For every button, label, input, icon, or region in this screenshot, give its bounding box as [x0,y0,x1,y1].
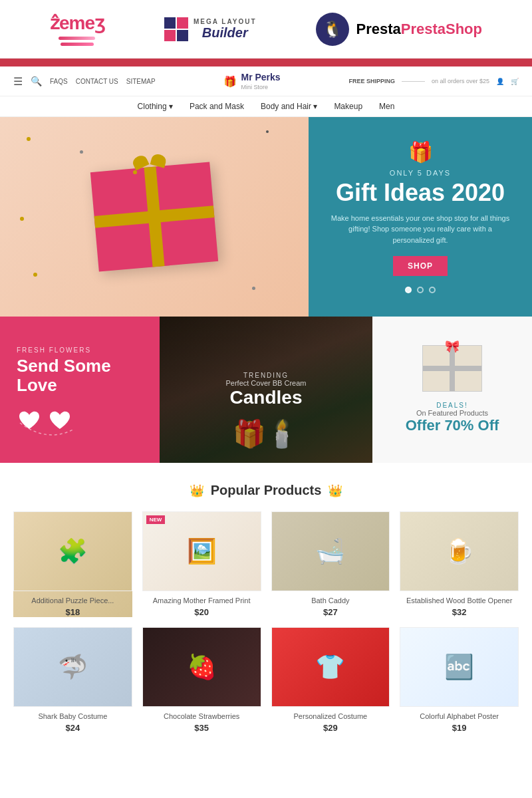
cart-icon[interactable]: 🛒 [511,78,519,85]
product-shark[interactable]: 🦈 Shark Baby Costume $24 [13,627,132,733]
product-poster[interactable]: 🔤 Colorful Alphabet Poster $19 [400,627,519,733]
product-price-opener: $32 [400,607,519,617]
new-badge: NEW [146,515,166,524]
product-image-strawberry: 🍓 [142,627,261,707]
product-price-print: $20 [142,607,261,617]
dot-3[interactable] [429,287,436,293]
sitemap-link[interactable]: SITEMAP [126,78,156,85]
faqs-link[interactable]: FAQS [50,78,68,85]
package-box: 🎀 [422,345,482,392]
product-puzzle[interactable]: 🧩 Additional Puzzle Piece... $18 [13,511,132,617]
bow [132,154,167,176]
free-ship-label: FREE SHIPPING [348,78,395,84]
trending-label: TRENDING [243,372,289,379]
header-left: ☰ 🔍 FAQS CONTACT US SITEMAP [13,75,156,88]
product-image-print: NEW 🖼️ [142,511,261,591]
hamburger-icon[interactable]: ☰ [13,75,23,88]
confetti-dot [266,130,269,133]
zemez-logo: ẑemeʒ [50,12,104,46]
promo-deals[interactable]: 🎀 DEALS! On Featured Products Offer 70% … [372,317,532,463]
builder-label: Builder [194,25,257,41]
product-price-puzzle: $18 [13,607,132,617]
product-print[interactable]: NEW 🖼️ Amazing Mother Framed Print $20 [142,511,261,617]
nav-body[interactable]: Body and Hair ▾ [261,102,317,111]
dot-1[interactable] [405,287,412,293]
hero-text: 🎁 ONLY 5 DAYS Gift Ideas 2020 Make home … [309,117,532,317]
ship-line [402,81,425,82]
perfect-label: Perfect Cover BB Cream [225,379,306,387]
gift-box [90,162,218,271]
store-name: Mr Perks [241,72,280,82]
product-image-opener: 🍺 [400,511,519,591]
dot-2[interactable] [417,287,424,293]
promo-candles[interactable]: 🎄🕯️ TRENDING Perfect Cover BB Cream Cand… [160,317,372,463]
confetti-dot [27,137,31,141]
user-icon[interactable]: 👤 [496,78,504,85]
header-center: 🎁 Mr Perks Mini Store [223,72,280,90]
nav-pack[interactable]: Pack and Mask [190,102,244,111]
search-icon[interactable]: 🔍 [31,76,42,86]
confetti-dot [80,150,83,154]
grid-icon [164,17,188,41]
store-mockup: ☰ 🔍 FAQS CONTACT US SITEMAP 🎁 Mr Perks M… [0,66,532,753]
popular-section: 👑 Popular Products 👑 🧩 Additional Puzzle… [0,463,532,753]
confetti-dot [33,273,37,277]
bow-icon: 🎀 [445,339,460,354]
confetti-dot [252,287,255,290]
product-price-poster: $19 [400,723,519,733]
prestashop-logo: 🐧 PrestaPrestaShop [316,13,482,46]
mega-layout-logo: MEGA LAYOUT Builder [164,17,257,41]
offer-label: Offer 70% Off [406,417,499,434]
product-name-shark: Shark Baby Costume [13,712,132,720]
candles-label: Candles [230,387,303,408]
gift-icon: 🎁 [223,75,237,88]
product-price-strawberry: $35 [142,723,261,733]
crown-right-icon: 👑 [328,483,342,498]
product-name-bath: Bath Caddy [271,597,390,604]
prestashop-icon: 🐧 [316,13,349,46]
header-right: FREE SHIPPING on all orders over $25 👤 🛒 [348,78,519,85]
send-label: Send Some Love [17,356,143,394]
product-name-print: Amazing Mother Framed Print [142,597,261,604]
product-name-puzzle: Additional Puzzle Piece... [13,597,132,604]
product-image-bath: 🛁 [271,511,390,591]
zemez-underline [59,37,95,40]
ship-note: on all orders over $25 [432,78,489,84]
nav-makeup[interactable]: Makeup [334,102,362,111]
hero-section: 🎁 ONLY 5 DAYS Gift Ideas 2020 Make home … [0,117,532,317]
product-image-shark: 🦈 [13,627,132,707]
promo-cards: FRESH FLOWERS Send Some Love 🎄🕯️ [0,317,532,463]
deals-label: DEALS! [436,402,468,409]
product-bath[interactable]: 🛁 Bath Caddy $27 [271,511,390,617]
product-costume[interactable]: 👕 Personalized Costume $29 [271,627,390,733]
package-wrapper: 🎀 [422,345,482,392]
confetti-dot [133,170,137,174]
shop-button[interactable]: SHOP [393,256,448,276]
product-name-strawberry: Chocolate Strawberries [142,712,261,720]
popular-title: Popular Products [211,483,322,498]
nav-clothing[interactable]: Clothing ▾ [138,102,173,111]
product-image-puzzle: 🧩 [13,511,132,591]
product-image-costume: 👕 [271,627,390,707]
hero-title: Gift Ideas 2020 [336,180,505,206]
featured-label: On Featured Products [416,409,488,417]
products-grid-row1: 🧩 Additional Puzzle Piece... $18 NEW 🖼️ … [13,511,519,617]
section-title: 👑 Popular Products 👑 [13,483,519,498]
product-strawberry[interactable]: 🍓 Chocolate Strawberries $35 [142,627,261,733]
product-opener[interactable]: 🍺 Established Wood Bottle Opener $32 [400,511,519,617]
promo-fresh-flowers[interactable]: FRESH FLOWERS Send Some Love [0,317,160,463]
nav-men[interactable]: Men [379,102,394,111]
hero-gift-icon: 🎁 [408,140,433,164]
store-sub: Mini Store [241,84,268,90]
crown-left-icon: 👑 [190,483,204,498]
gift-box-wrapper [94,167,214,267]
product-name-opener: Established Wood Bottle Opener [400,597,519,604]
contact-link[interactable]: CONTACT US [76,78,118,85]
product-name-costume: Personalized Costume [271,712,390,720]
hero-only: ONLY 5 DAYS [390,169,451,177]
fresh-label: FRESH FLOWERS [17,346,143,354]
hero-desc: Make home essentials your one shop stop … [329,213,512,246]
store-nav: Clothing ▾ Pack and Mask Body and Hair ▾… [0,96,532,117]
product-price-bath: $27 [271,607,390,617]
red-divider [0,59,532,66]
